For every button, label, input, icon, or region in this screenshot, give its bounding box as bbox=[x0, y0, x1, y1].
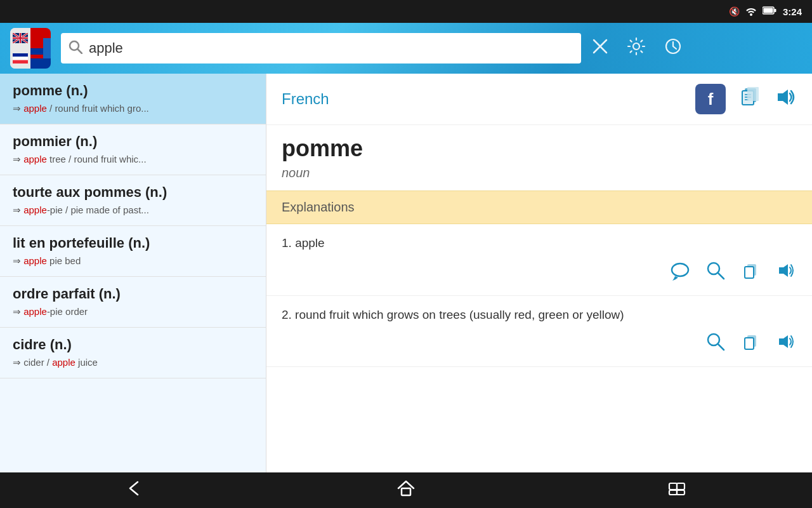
explanations-header: Explanations bbox=[266, 190, 812, 224]
svg-line-31 bbox=[718, 344, 724, 350]
svg-rect-39 bbox=[677, 490, 684, 495]
svg-marker-34 bbox=[779, 335, 788, 348]
svg-point-24 bbox=[672, 264, 688, 276]
explanation-actions-1 bbox=[282, 260, 797, 285]
right-header: French f bbox=[266, 74, 812, 125]
status-bar: 🔇 3:24 bbox=[0, 0, 812, 23]
word-desc-tourte: ⇒ apple-pie / pie made of past... bbox=[13, 203, 253, 217]
home-button[interactable] bbox=[370, 474, 442, 506]
main-content: pomme (n.) ⇒ apple / round fruit which g… bbox=[0, 74, 812, 472]
svg-rect-38 bbox=[669, 490, 677, 495]
close-button[interactable] bbox=[591, 37, 609, 59]
svg-rect-28 bbox=[745, 267, 754, 278]
logo-left bbox=[10, 28, 30, 69]
search-input[interactable]: apple bbox=[89, 40, 573, 57]
word-title-tourte: tourte aux pommes (n.) bbox=[13, 184, 253, 201]
mute-icon: 🔇 bbox=[729, 6, 740, 17]
header-icons: f bbox=[695, 84, 797, 114]
right-panel: French f bbox=[266, 74, 812, 472]
svg-rect-33 bbox=[745, 338, 754, 349]
word-desc-ordre: ⇒ apple-pie order bbox=[13, 305, 253, 318]
word-desc-pomme: ⇒ apple / round fruit which gro... bbox=[13, 102, 253, 115]
svg-point-13 bbox=[633, 43, 639, 50]
word-item-pommier[interactable]: pommier (n.) ⇒ apple tree / round fruit … bbox=[0, 124, 266, 175]
svg-line-10 bbox=[78, 49, 82, 53]
svg-marker-29 bbox=[779, 264, 788, 277]
word-desc-pommier: ⇒ apple tree / round fruit whic... bbox=[13, 152, 253, 166]
explanation-text-1: 1. apple bbox=[282, 234, 797, 253]
word-desc-lit: ⇒ apple pie bed bbox=[13, 254, 253, 267]
chat-icon-1[interactable] bbox=[670, 260, 690, 285]
svg-rect-8 bbox=[30, 48, 43, 55]
explanation-text-2: 2. round fruit which grows on trees (usu… bbox=[282, 306, 797, 324]
status-icons: 🔇 bbox=[729, 6, 776, 18]
word-item-cidre[interactable]: cidre (n.) ⇒ cider / apple juice bbox=[0, 328, 266, 378]
explanation-actions-2 bbox=[282, 331, 797, 356]
top-actions bbox=[591, 37, 683, 60]
word-item-lit[interactable]: lit en portefeuille (n.) ⇒ apple pie bed bbox=[0, 226, 266, 277]
word-desc-cidre: ⇒ cider / apple juice bbox=[13, 356, 253, 369]
svg-rect-4 bbox=[13, 53, 28, 57]
word-title-cidre: cidre (n.) bbox=[13, 337, 253, 353]
bottom-nav bbox=[0, 472, 812, 508]
word-item-tourte[interactable]: tourte aux pommes (n.) ⇒ apple-pie / pie… bbox=[0, 175, 266, 226]
word-item-ordre[interactable]: ordre parfait (n.) ⇒ apple-pie order bbox=[0, 277, 266, 328]
search-icon-1[interactable] bbox=[705, 260, 726, 285]
explanation-item-2: 2. round fruit which grows on trees (usu… bbox=[266, 296, 812, 368]
settings-button[interactable] bbox=[627, 37, 646, 60]
word-pos: noun bbox=[282, 166, 797, 180]
app-logo[interactable] bbox=[10, 28, 51, 69]
svg-rect-35 bbox=[402, 488, 410, 495]
copy-button[interactable] bbox=[738, 86, 761, 113]
word-title-pomme: pomme (n.) bbox=[13, 83, 253, 99]
facebook-button[interactable]: f bbox=[695, 84, 726, 114]
copy-icon-2[interactable] bbox=[741, 331, 761, 356]
svg-rect-2 bbox=[774, 9, 776, 12]
top-bar: apple bbox=[0, 23, 812, 74]
svg-rect-22 bbox=[747, 87, 759, 101]
back-button[interactable] bbox=[100, 474, 171, 506]
word-title-ordre: ordre parfait (n.) bbox=[13, 286, 253, 302]
word-title-pommier: pommier (n.) bbox=[13, 133, 253, 150]
word-title-lit: lit en portefeuille (n.) bbox=[13, 235, 253, 251]
sound-button-header[interactable] bbox=[774, 86, 797, 113]
language-label: French bbox=[282, 90, 685, 108]
explanation-item-1: 1. apple bbox=[266, 224, 812, 296]
svg-rect-1 bbox=[763, 8, 773, 13]
word-main-info: pomme noun bbox=[266, 125, 812, 190]
word-item-pomme[interactable]: pomme (n.) ⇒ apple / round fruit which g… bbox=[0, 74, 266, 124]
recents-button[interactable] bbox=[641, 474, 712, 506]
svg-rect-37 bbox=[677, 483, 684, 490]
battery-icon bbox=[763, 6, 776, 17]
sound-icon-1[interactable] bbox=[776, 260, 797, 285]
search-icon-2[interactable] bbox=[705, 331, 726, 356]
sound-icon-2[interactable] bbox=[776, 331, 797, 356]
status-time: 3:24 bbox=[783, 6, 802, 17]
svg-rect-36 bbox=[669, 483, 677, 490]
copy-icon-1[interactable] bbox=[741, 260, 761, 285]
wifi-icon bbox=[745, 6, 757, 18]
left-panel[interactable]: pomme (n.) ⇒ apple / round fruit which g… bbox=[0, 74, 266, 472]
history-button[interactable] bbox=[664, 37, 683, 60]
svg-line-26 bbox=[718, 273, 724, 279]
svg-rect-5 bbox=[13, 57, 28, 60]
search-box[interactable]: apple bbox=[61, 33, 581, 64]
svg-rect-6 bbox=[13, 60, 28, 64]
search-icon bbox=[69, 40, 82, 57]
svg-marker-23 bbox=[778, 90, 788, 105]
logo-right bbox=[30, 28, 51, 69]
word-main-title: pomme bbox=[282, 135, 797, 162]
